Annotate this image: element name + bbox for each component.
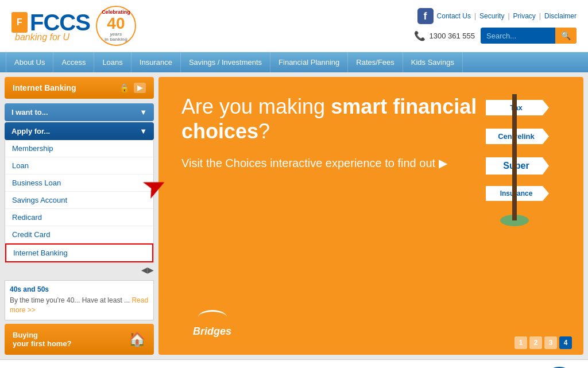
i-want-to-label: I want to...	[11, 108, 48, 117]
nav-item-access[interactable]: Access	[53, 52, 94, 72]
sign-tax: Tax	[486, 100, 549, 115]
main-content: Internet Banking 🔒 ▶ I want to... ▼ Appl…	[0, 72, 588, 359]
i-want-to-chevron: ▼	[140, 108, 147, 117]
news-section: 40s and 50s By the time you're 40... Hav…	[5, 280, 154, 320]
bridges-arc	[198, 310, 227, 324]
facebook-icon[interactable]: f	[417, 8, 434, 24]
phone-area: 📞 1300 361 555	[414, 30, 475, 41]
apply-for-chevron: ▼	[140, 127, 147, 135]
headline-part1: Are you making	[181, 95, 331, 118]
sidebar: Internet Banking 🔒 ▶ I want to... ▼ Appl…	[5, 77, 154, 355]
menu-item-credit-card[interactable]: Credit Card	[5, 226, 153, 243]
menu-item-internet-banking-menu[interactable]: Internet Banking	[5, 243, 153, 262]
disclaimer-link[interactable]: Disclaimer	[544, 12, 577, 20]
search-input[interactable]	[481, 28, 555, 44]
news-text-content: By the time you're 40... Have at least .…	[10, 296, 130, 304]
sign-insurance: Insurance	[486, 186, 549, 201]
apply-for-dropdown[interactable]: Apply for... ▼	[5, 122, 154, 140]
logo-text: F FCCS banking for U	[11, 10, 90, 42]
logo-f-icon: F	[11, 12, 28, 33]
logo-area: F FCCS banking for U Celebrating 40 year…	[11, 6, 136, 46]
search-box[interactable]: 🔍	[481, 28, 577, 44]
sign-pole	[512, 94, 517, 220]
nav-item-savings[interactable]: Savings / Investments	[181, 52, 270, 72]
news-text: By the time you're 40... Have at least .…	[10, 296, 149, 315]
contact-us-link[interactable]: Contact Us	[437, 12, 471, 20]
menu-item-loan[interactable]: Loan	[5, 157, 153, 175]
header-right: f Contact Us | Security | Privacy | Disc…	[414, 8, 577, 44]
ib-icons: 🔒 ▶	[119, 83, 146, 93]
sign-post-container: Tax Centrelink Super Insurance	[480, 94, 549, 220]
header: F FCCS banking for U Celebrating 40 year…	[0, 0, 588, 52]
apply-for-menu: MembershipLoanBusiness LoanSavings Accou…	[5, 140, 154, 263]
banner: Are you making smart financial choices? …	[158, 77, 583, 355]
next-arrow[interactable]: ▶	[148, 265, 154, 274]
nav-item-kids-savings[interactable]: Kids Savings	[403, 52, 463, 72]
nav-arrows: ◀ ▶	[5, 263, 154, 277]
celebrating-40-badge: Celebrating 40 years in banking	[96, 6, 136, 46]
buying-line2: your first home?	[13, 339, 72, 348]
home-icon: 🏠	[129, 331, 146, 347]
menu-item-business-loan[interactable]: Business Loan	[5, 175, 153, 192]
nav-item-about-us[interactable]: About Us	[6, 52, 53, 72]
buying-home-button[interactable]: Buying your first home? 🏠	[5, 324, 154, 355]
menu-item-redicard[interactable]: Redicard	[5, 209, 153, 226]
footer: Any advice or information on this site d…	[0, 359, 588, 368]
i-want-to-dropdown[interactable]: I want to... ▼	[5, 103, 154, 121]
nav-item-rates-fees[interactable]: Rates/Fees	[348, 52, 403, 72]
logo-tagline: banking for U	[15, 32, 90, 42]
internet-banking-label: Internet Banking	[13, 83, 76, 92]
page-dot-4[interactable]: 4	[559, 336, 572, 349]
menu-item-membership[interactable]: Membership	[5, 140, 153, 157]
pagination: 1234	[514, 336, 572, 349]
prev-arrow[interactable]: ◀	[141, 265, 148, 274]
headline-end: ?	[258, 119, 270, 143]
arrow-right-icon: ▶	[134, 83, 146, 93]
page-dot-1[interactable]: 1	[514, 336, 527, 349]
security-link[interactable]: Security	[479, 12, 504, 20]
menu-item-savings-account[interactable]: Savings Account	[5, 192, 153, 209]
buying-home-text: Buying your first home?	[13, 331, 72, 348]
header-bottom: 📞 1300 361 555 🔍	[414, 28, 577, 44]
page-dot-3[interactable]: 3	[544, 336, 557, 349]
sign-centrelink: Centrelink	[486, 129, 549, 144]
nav-item-insurance[interactable]: Insurance	[131, 52, 181, 72]
privacy-link[interactable]: Privacy	[513, 12, 536, 20]
search-button[interactable]: 🔍	[555, 28, 577, 44]
buying-line1: Buying	[13, 331, 72, 339]
page-dot-2[interactable]: 2	[529, 336, 542, 349]
sign-super: Super	[486, 157, 549, 175]
internet-banking-button[interactable]: Internet Banking 🔒 ▶	[5, 77, 154, 99]
bridges-logo: Bridges	[193, 310, 231, 338]
header-links: f Contact Us | Security | Privacy | Disc…	[417, 8, 577, 24]
phone-icon: 📞	[414, 30, 425, 41]
signpost: Tax Centrelink Super Insurance	[480, 94, 549, 220]
nav-item-loans[interactable]: Loans	[94, 52, 131, 72]
nav-item-financial-planning[interactable]: Financial Planning	[270, 52, 348, 72]
news-title: 40s and 50s	[10, 285, 149, 293]
phone-number: 1300 361 555	[429, 32, 475, 40]
lock-icon: 🔒	[119, 83, 129, 92]
apply-for-label: Apply for...	[11, 127, 50, 135]
bridges-label: Bridges	[193, 326, 231, 337]
main-nav: About UsAccessLoansInsuranceSavings / In…	[0, 52, 588, 72]
